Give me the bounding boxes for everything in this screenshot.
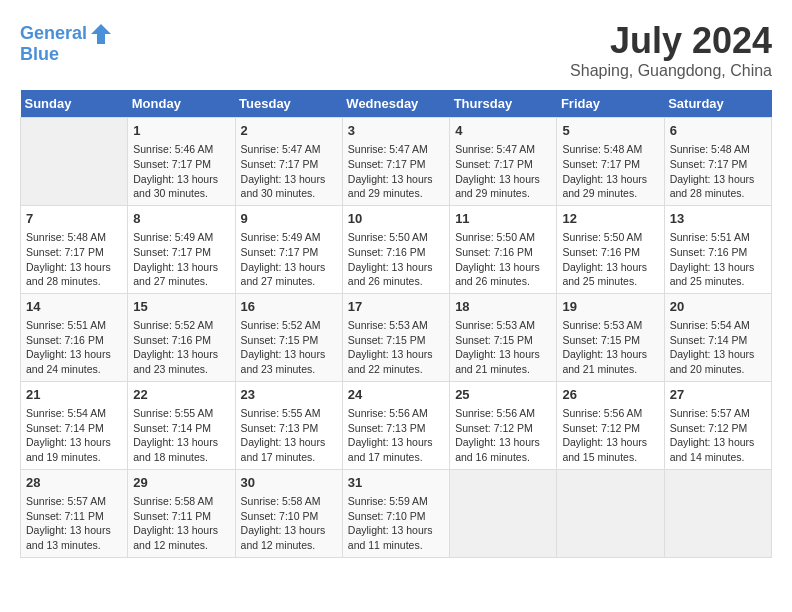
day-number: 22 bbox=[133, 386, 229, 404]
day-number: 7 bbox=[26, 210, 122, 228]
day-number: 20 bbox=[670, 298, 766, 316]
day-number: 28 bbox=[26, 474, 122, 492]
calendar-cell: 17Sunrise: 5:53 AM Sunset: 7:15 PM Dayli… bbox=[342, 293, 449, 381]
day-number: 18 bbox=[455, 298, 551, 316]
day-info: Sunrise: 5:59 AM Sunset: 7:10 PM Dayligh… bbox=[348, 494, 444, 553]
calendar-cell: 16Sunrise: 5:52 AM Sunset: 7:15 PM Dayli… bbox=[235, 293, 342, 381]
calendar-cell: 4Sunrise: 5:47 AM Sunset: 7:17 PM Daylig… bbox=[450, 118, 557, 206]
header-day-sunday: Sunday bbox=[21, 90, 128, 118]
day-info: Sunrise: 5:58 AM Sunset: 7:11 PM Dayligh… bbox=[133, 494, 229, 553]
day-number: 1 bbox=[133, 122, 229, 140]
day-number: 10 bbox=[348, 210, 444, 228]
day-number: 3 bbox=[348, 122, 444, 140]
day-info: Sunrise: 5:51 AM Sunset: 7:16 PM Dayligh… bbox=[670, 230, 766, 289]
day-info: Sunrise: 5:56 AM Sunset: 7:13 PM Dayligh… bbox=[348, 406, 444, 465]
logo-text-line1: General bbox=[20, 23, 87, 45]
header-day-friday: Friday bbox=[557, 90, 664, 118]
day-number: 16 bbox=[241, 298, 337, 316]
calendar-cell: 11Sunrise: 5:50 AM Sunset: 7:16 PM Dayli… bbox=[450, 205, 557, 293]
day-info: Sunrise: 5:49 AM Sunset: 7:17 PM Dayligh… bbox=[241, 230, 337, 289]
calendar-cell: 19Sunrise: 5:53 AM Sunset: 7:15 PM Dayli… bbox=[557, 293, 664, 381]
day-number: 31 bbox=[348, 474, 444, 492]
day-info: Sunrise: 5:57 AM Sunset: 7:12 PM Dayligh… bbox=[670, 406, 766, 465]
calendar-cell: 28Sunrise: 5:57 AM Sunset: 7:11 PM Dayli… bbox=[21, 469, 128, 557]
calendar-week-5: 28Sunrise: 5:57 AM Sunset: 7:11 PM Dayli… bbox=[21, 469, 772, 557]
calendar-cell: 15Sunrise: 5:52 AM Sunset: 7:16 PM Dayli… bbox=[128, 293, 235, 381]
calendar-week-2: 7Sunrise: 5:48 AM Sunset: 7:17 PM Daylig… bbox=[21, 205, 772, 293]
calendar-table: SundayMondayTuesdayWednesdayThursdayFrid… bbox=[20, 90, 772, 558]
day-info: Sunrise: 5:54 AM Sunset: 7:14 PM Dayligh… bbox=[670, 318, 766, 377]
header-day-saturday: Saturday bbox=[664, 90, 771, 118]
calendar-cell: 31Sunrise: 5:59 AM Sunset: 7:10 PM Dayli… bbox=[342, 469, 449, 557]
calendar-cell: 5Sunrise: 5:48 AM Sunset: 7:17 PM Daylig… bbox=[557, 118, 664, 206]
day-number: 5 bbox=[562, 122, 658, 140]
day-number: 30 bbox=[241, 474, 337, 492]
logo-text-line2: Blue bbox=[20, 44, 59, 66]
calendar-cell: 20Sunrise: 5:54 AM Sunset: 7:14 PM Dayli… bbox=[664, 293, 771, 381]
logo-icon bbox=[87, 20, 115, 48]
day-info: Sunrise: 5:49 AM Sunset: 7:17 PM Dayligh… bbox=[133, 230, 229, 289]
day-number: 12 bbox=[562, 210, 658, 228]
day-number: 17 bbox=[348, 298, 444, 316]
calendar-cell: 2Sunrise: 5:47 AM Sunset: 7:17 PM Daylig… bbox=[235, 118, 342, 206]
calendar-week-3: 14Sunrise: 5:51 AM Sunset: 7:16 PM Dayli… bbox=[21, 293, 772, 381]
day-info: Sunrise: 5:58 AM Sunset: 7:10 PM Dayligh… bbox=[241, 494, 337, 553]
calendar-cell: 1Sunrise: 5:46 AM Sunset: 7:17 PM Daylig… bbox=[128, 118, 235, 206]
day-number: 6 bbox=[670, 122, 766, 140]
day-info: Sunrise: 5:56 AM Sunset: 7:12 PM Dayligh… bbox=[562, 406, 658, 465]
day-info: Sunrise: 5:50 AM Sunset: 7:16 PM Dayligh… bbox=[348, 230, 444, 289]
calendar-cell: 24Sunrise: 5:56 AM Sunset: 7:13 PM Dayli… bbox=[342, 381, 449, 469]
day-info: Sunrise: 5:52 AM Sunset: 7:16 PM Dayligh… bbox=[133, 318, 229, 377]
calendar-cell: 23Sunrise: 5:55 AM Sunset: 7:13 PM Dayli… bbox=[235, 381, 342, 469]
calendar-cell: 30Sunrise: 5:58 AM Sunset: 7:10 PM Dayli… bbox=[235, 469, 342, 557]
calendar-week-1: 1Sunrise: 5:46 AM Sunset: 7:17 PM Daylig… bbox=[21, 118, 772, 206]
calendar-header-row: SundayMondayTuesdayWednesdayThursdayFrid… bbox=[21, 90, 772, 118]
day-info: Sunrise: 5:48 AM Sunset: 7:17 PM Dayligh… bbox=[562, 142, 658, 201]
day-info: Sunrise: 5:48 AM Sunset: 7:17 PM Dayligh… bbox=[26, 230, 122, 289]
day-info: Sunrise: 5:53 AM Sunset: 7:15 PM Dayligh… bbox=[455, 318, 551, 377]
day-info: Sunrise: 5:50 AM Sunset: 7:16 PM Dayligh… bbox=[455, 230, 551, 289]
day-number: 19 bbox=[562, 298, 658, 316]
calendar-cell: 26Sunrise: 5:56 AM Sunset: 7:12 PM Dayli… bbox=[557, 381, 664, 469]
day-info: Sunrise: 5:51 AM Sunset: 7:16 PM Dayligh… bbox=[26, 318, 122, 377]
calendar-cell: 7Sunrise: 5:48 AM Sunset: 7:17 PM Daylig… bbox=[21, 205, 128, 293]
day-number: 13 bbox=[670, 210, 766, 228]
calendar-cell bbox=[664, 469, 771, 557]
calendar-cell: 21Sunrise: 5:54 AM Sunset: 7:14 PM Dayli… bbox=[21, 381, 128, 469]
header-day-wednesday: Wednesday bbox=[342, 90, 449, 118]
calendar-cell: 9Sunrise: 5:49 AM Sunset: 7:17 PM Daylig… bbox=[235, 205, 342, 293]
day-number: 4 bbox=[455, 122, 551, 140]
day-number: 27 bbox=[670, 386, 766, 404]
page-header: General Blue July 2024 Shaping, Guangdon… bbox=[20, 20, 772, 80]
day-info: Sunrise: 5:55 AM Sunset: 7:14 PM Dayligh… bbox=[133, 406, 229, 465]
header-day-tuesday: Tuesday bbox=[235, 90, 342, 118]
day-number: 26 bbox=[562, 386, 658, 404]
calendar-cell: 25Sunrise: 5:56 AM Sunset: 7:12 PM Dayli… bbox=[450, 381, 557, 469]
day-info: Sunrise: 5:57 AM Sunset: 7:11 PM Dayligh… bbox=[26, 494, 122, 553]
subtitle: Shaping, Guangdong, China bbox=[570, 62, 772, 80]
calendar-cell: 18Sunrise: 5:53 AM Sunset: 7:15 PM Dayli… bbox=[450, 293, 557, 381]
day-number: 8 bbox=[133, 210, 229, 228]
day-info: Sunrise: 5:52 AM Sunset: 7:15 PM Dayligh… bbox=[241, 318, 337, 377]
calendar-cell: 13Sunrise: 5:51 AM Sunset: 7:16 PM Dayli… bbox=[664, 205, 771, 293]
day-info: Sunrise: 5:53 AM Sunset: 7:15 PM Dayligh… bbox=[562, 318, 658, 377]
day-info: Sunrise: 5:47 AM Sunset: 7:17 PM Dayligh… bbox=[241, 142, 337, 201]
calendar-cell: 22Sunrise: 5:55 AM Sunset: 7:14 PM Dayli… bbox=[128, 381, 235, 469]
header-day-monday: Monday bbox=[128, 90, 235, 118]
day-number: 24 bbox=[348, 386, 444, 404]
day-number: 23 bbox=[241, 386, 337, 404]
calendar-cell: 29Sunrise: 5:58 AM Sunset: 7:11 PM Dayli… bbox=[128, 469, 235, 557]
calendar-cell: 12Sunrise: 5:50 AM Sunset: 7:16 PM Dayli… bbox=[557, 205, 664, 293]
day-info: Sunrise: 5:50 AM Sunset: 7:16 PM Dayligh… bbox=[562, 230, 658, 289]
day-info: Sunrise: 5:47 AM Sunset: 7:17 PM Dayligh… bbox=[455, 142, 551, 201]
day-number: 29 bbox=[133, 474, 229, 492]
calendar-cell: 27Sunrise: 5:57 AM Sunset: 7:12 PM Dayli… bbox=[664, 381, 771, 469]
day-number: 9 bbox=[241, 210, 337, 228]
logo: General Blue bbox=[20, 20, 115, 66]
day-info: Sunrise: 5:55 AM Sunset: 7:13 PM Dayligh… bbox=[241, 406, 337, 465]
day-info: Sunrise: 5:46 AM Sunset: 7:17 PM Dayligh… bbox=[133, 142, 229, 201]
day-info: Sunrise: 5:47 AM Sunset: 7:17 PM Dayligh… bbox=[348, 142, 444, 201]
day-number: 2 bbox=[241, 122, 337, 140]
calendar-cell: 6Sunrise: 5:48 AM Sunset: 7:17 PM Daylig… bbox=[664, 118, 771, 206]
day-info: Sunrise: 5:56 AM Sunset: 7:12 PM Dayligh… bbox=[455, 406, 551, 465]
